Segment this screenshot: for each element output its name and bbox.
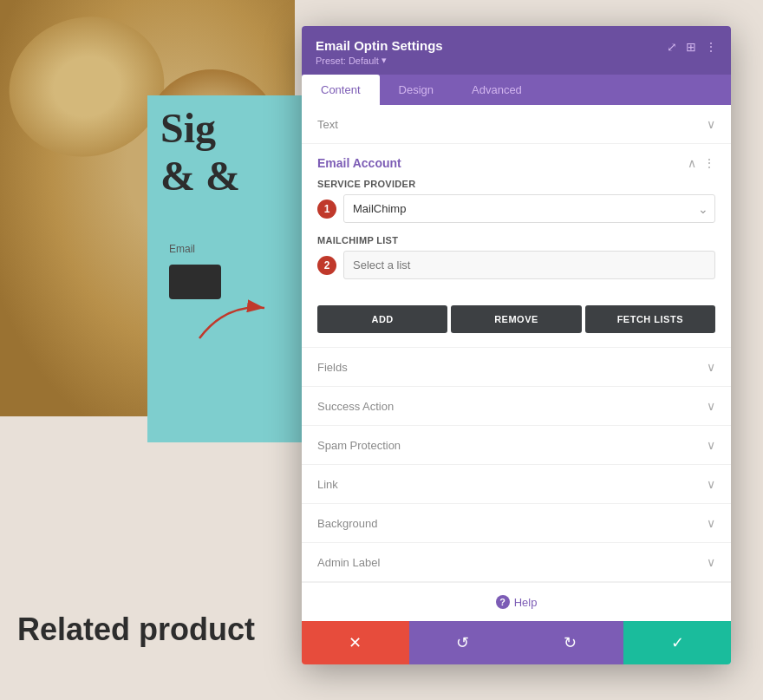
- step-badge-2: 2: [317, 256, 336, 275]
- tab-design[interactable]: Design: [380, 75, 453, 105]
- section-fields-label: Fields: [317, 361, 348, 374]
- section-background[interactable]: Background ∨: [302, 504, 731, 543]
- mailchimp-list-label: MailChimp List: [317, 235, 715, 245]
- section-spam-protection-label: Spam Protection: [317, 439, 401, 452]
- add-button[interactable]: ADD: [317, 305, 447, 333]
- success-action-chevron-icon: ∨: [707, 399, 715, 413]
- section-admin-label[interactable]: Admin Label ∨: [302, 543, 731, 582]
- mailchimp-list-row: 2: [317, 251, 715, 279]
- modal-header: Email Optin Settings Preset: Default ▾ ⤢…: [302, 26, 731, 75]
- link-chevron-icon: ∨: [707, 477, 715, 491]
- fullscreen-icon[interactable]: ⤢: [667, 40, 677, 54]
- background-chevron-icon: ∨: [707, 516, 715, 530]
- service-provider-select-wrapper: MailChimp: [343, 194, 715, 223]
- service-provider-select[interactable]: MailChimp: [343, 194, 715, 223]
- modal-preset[interactable]: Preset: Default ▾: [316, 55, 443, 66]
- modal-title-group: Email Optin Settings Preset: Default ▾: [316, 38, 443, 66]
- collapse-icon[interactable]: ∧: [688, 156, 696, 170]
- help-link[interactable]: ? Help: [317, 595, 715, 609]
- tab-advanced[interactable]: Advanced: [453, 75, 541, 105]
- section-admin-label-label: Admin Label: [317, 556, 380, 569]
- service-provider-label: Service Provider: [317, 179, 715, 189]
- modal-title: Email Optin Settings: [316, 38, 443, 53]
- section-fields[interactable]: Fields ∨: [302, 348, 731, 387]
- section-success-action[interactable]: Success Action ∨: [302, 387, 731, 426]
- email-label: Email: [169, 243, 195, 255]
- section-background-label: Background: [317, 517, 377, 530]
- bottom-action-bar: ✕ ↺ ↻ ✓: [302, 621, 731, 664]
- save-button[interactable]: ✓: [623, 621, 731, 664]
- modal-body: Text ∨ Email Account ∧ ⋮ Service Provide…: [302, 105, 731, 621]
- email-account-form: Service Provider 1 MailChimp MailChimp L…: [302, 179, 731, 305]
- help-text: Help: [514, 596, 538, 609]
- step-badge-1: 1: [317, 200, 336, 219]
- section-link-label: Link: [317, 478, 338, 491]
- columns-icon[interactable]: ⊞: [686, 40, 696, 54]
- section-email-account: Email Account ∧ ⋮ Service Provider 1 Mai…: [302, 144, 731, 348]
- section-spam-protection[interactable]: Spam Protection ∨: [302, 426, 731, 465]
- cancel-button[interactable]: ✕: [302, 621, 409, 664]
- fields-chevron-icon: ∨: [707, 360, 715, 374]
- more-icon[interactable]: ⋮: [705, 40, 717, 54]
- tab-content[interactable]: Content: [302, 75, 380, 105]
- mailchimp-list-input[interactable]: [343, 251, 715, 279]
- email-account-buttons: ADD REMOVE FETCH LISTS: [302, 305, 731, 347]
- section-success-action-label: Success Action: [317, 400, 394, 413]
- modal-header-icons: ⤢ ⊞ ⋮: [667, 40, 717, 54]
- signup-button-bg: [169, 265, 221, 299]
- text-chevron-icon: ∨: [707, 117, 715, 131]
- remove-button[interactable]: REMOVE: [451, 305, 581, 333]
- service-provider-row: 1 MailChimp: [317, 194, 715, 223]
- tabs-bar: Content Design Advanced: [302, 75, 731, 105]
- related-products-text: Related product: [17, 612, 255, 648]
- section-link[interactable]: Link ∨: [302, 465, 731, 504]
- spam-protection-chevron-icon: ∨: [707, 438, 715, 452]
- page-heading: Sig& &: [160, 104, 240, 200]
- email-account-header: Email Account ∧ ⋮: [302, 144, 731, 179]
- fetch-lists-button[interactable]: FETCH LISTS: [585, 305, 715, 333]
- email-account-title: Email Account: [317, 156, 401, 170]
- email-account-icons: ∧ ⋮: [688, 156, 715, 170]
- arrow-indicator: [191, 295, 277, 347]
- email-account-more-icon[interactable]: ⋮: [703, 156, 715, 170]
- undo-button[interactable]: ↺: [409, 621, 517, 664]
- settings-modal: Email Optin Settings Preset: Default ▾ ⤢…: [302, 26, 731, 664]
- modal-footer: ? Help: [302, 582, 731, 621]
- admin-label-chevron-icon: ∨: [707, 555, 715, 569]
- redo-button[interactable]: ↻: [517, 621, 624, 664]
- help-circle-icon: ?: [496, 595, 510, 609]
- section-text-label: Text: [317, 118, 338, 131]
- section-text[interactable]: Text ∨: [302, 105, 731, 144]
